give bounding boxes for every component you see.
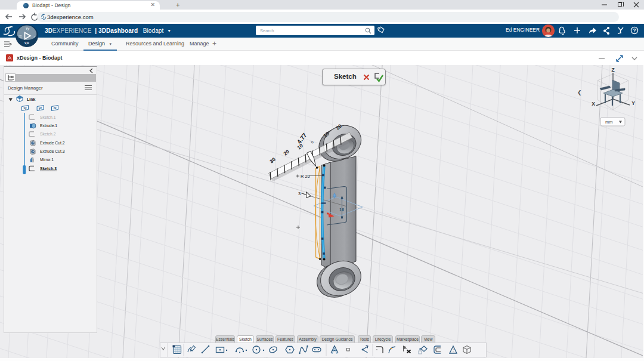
svg-text:Yy: Yy [26,27,29,30]
svg-text:V,R: V,R [24,41,29,45]
svg-text:zx: zx [54,107,57,110]
svg-text:❮: ❮ [577,90,582,96]
svg-text:16: 16 [339,208,344,212]
svg-text:20: 20 [282,149,290,157]
svg-text:Y: Y [631,100,635,106]
svg-text:?: ? [633,27,636,33]
svg-text:3D: 3D [18,35,23,38]
svg-text:R 20: R 20 [301,174,310,179]
svg-text:Extrude.1: Extrude.1 [40,124,57,128]
svg-text:Extrude Cut.3: Extrude Cut.3 [40,149,65,153]
svg-text:Sketch.1: Sketch.1 [40,115,56,119]
svg-text:x: x [33,35,35,38]
svg-text:Z: Z [611,67,614,73]
svg-text:X: X [592,101,595,107]
svg-text:Extrude Cut.2: Extrude Cut.2 [40,141,65,145]
svg-text:Mirror.1: Mirror.1 [40,158,54,162]
svg-text:Sketch.3: Sketch.3 [40,166,57,171]
svg-text:3: 3 [298,191,301,196]
svg-text:4.77: 4.77 [296,131,308,144]
svg-text:Sketch.2: Sketch.2 [40,132,56,136]
svg-text:Link: Link [27,97,35,101]
svg-text:yz: yz [39,107,42,110]
svg-text:mm: mm [605,119,613,125]
svg-text:xy: xy [23,107,27,110]
